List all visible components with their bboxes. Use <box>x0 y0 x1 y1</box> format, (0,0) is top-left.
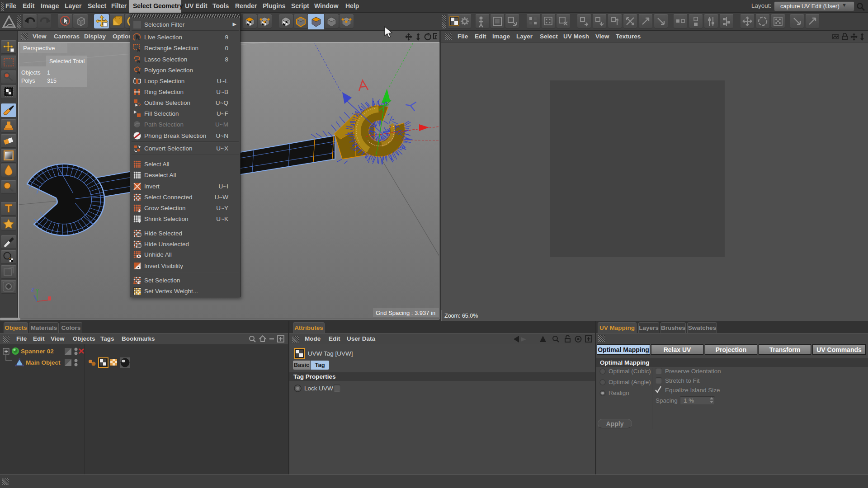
svg-text:Polys: Polys <box>21 78 35 84</box>
svg-text:Perspective: Perspective <box>23 45 55 52</box>
svg-text:Selected Total: Selected Total <box>49 58 85 65</box>
svg-text:Z: Z <box>31 287 34 292</box>
svg-text:Grid Spacing : 3.937 in: Grid Spacing : 3.937 in <box>376 310 435 316</box>
svg-text:315: 315 <box>47 78 57 84</box>
svg-text:Objects: Objects <box>21 70 40 76</box>
svg-text:1: 1 <box>47 70 50 76</box>
